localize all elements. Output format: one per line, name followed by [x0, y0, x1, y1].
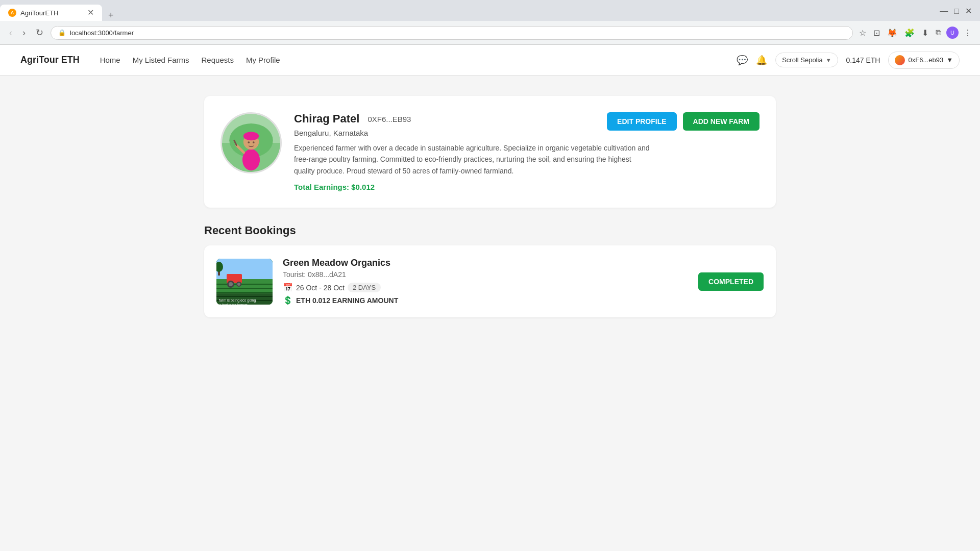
wallet-chevron-icon: ▼: [946, 56, 953, 64]
network-chevron-icon: ▼: [826, 57, 831, 63]
days-badge: 2 DAYS: [348, 283, 381, 292]
extension4-button[interactable]: ⧉: [934, 26, 943, 39]
nav-right: 💬 🔔 Scroll Sepolia ▼ 0.147 ETH 0xF6...eb…: [737, 52, 960, 69]
add-new-farm-button[interactable]: ADD NEW FARM: [683, 112, 760, 131]
extension1-button[interactable]: 🦊: [885, 26, 899, 40]
edit-profile-button[interactable]: EDIT PROFILE: [607, 112, 676, 131]
booking-farm-image: farm is being eco going is kind to the f…: [216, 259, 273, 305]
booking-tourist: Tourist: 0x88...dA21: [283, 270, 688, 279]
booking-details: Green Meadow Organics Tourist: 0x88...dA…: [283, 258, 688, 305]
profile-earnings: Total Earnings: $0.012: [294, 183, 760, 191]
status-completed-badge: COMPLETED: [698, 272, 764, 291]
tab-close-button[interactable]: ✕: [87, 9, 94, 17]
browser-toolbar: ‹ › ↻ 🔒 localhost:3000/farmer ☆ ⊡ 🦊 🧩 ⬇ …: [0, 21, 980, 45]
svg-text:is kind to the farmers: is kind to the farmers: [219, 303, 248, 305]
eth-earning-icon: 💲: [283, 295, 293, 305]
reload-button[interactable]: ↻: [33, 25, 46, 40]
wallet-address: 0xF6...eb93: [908, 56, 943, 64]
app-navbar: AgriTour ETH Home My Listed Farms Reques…: [0, 45, 980, 76]
active-tab: A AgriTourETH ✕: [0, 5, 102, 21]
tab-title: AgriTourETH: [20, 9, 83, 17]
booking-dates: 📅 26 Oct - 28 Oct 2 DAYS: [283, 283, 381, 292]
wallet-button[interactable]: 0xF6...eb93 ▼: [888, 52, 960, 69]
bookings-section-title: Recent Bookings: [204, 224, 776, 237]
nav-link-home[interactable]: Home: [100, 54, 120, 66]
svg-point-5: [243, 132, 259, 140]
svg-point-7: [253, 141, 255, 143]
earnings-label: Total Earnings:: [294, 183, 349, 191]
profile-bio: Experienced farmer with over a decade in…: [294, 142, 651, 177]
bell-icon-button[interactable]: 🔔: [756, 55, 767, 66]
network-label: Scroll Sepolia: [782, 56, 823, 64]
profile-actions: EDIT PROFILE ADD NEW FARM: [607, 112, 760, 131]
chat-icon-button[interactable]: 💬: [737, 55, 748, 66]
main-content: Chirag Patel 0XF6...EB93 Bengaluru, Karn…: [194, 76, 786, 338]
svg-rect-11: [216, 259, 273, 279]
nav-link-my-listed-farms[interactable]: My Listed Farms: [133, 54, 189, 66]
booking-date-range: 26 Oct - 28 Oct: [296, 284, 345, 292]
tab-bar: A AgriTourETH ✕ + — □ ✕: [0, 0, 980, 21]
wallet-icon: [895, 55, 905, 65]
profile-avatar-image: [220, 112, 282, 173]
booking-earning: 💲 ETH 0.012 EARNING AMOUNT: [283, 295, 688, 305]
new-tab-button[interactable]: +: [102, 10, 120, 21]
svg-point-22: [237, 283, 240, 286]
menu-button[interactable]: ⋮: [962, 26, 974, 40]
browser-chrome: A AgriTourETH ✕ + — □ ✕ ‹ › ↻ 🔒 localhos…: [0, 0, 980, 45]
back-button[interactable]: ‹: [6, 26, 15, 40]
svg-point-6: [248, 141, 250, 143]
profile-eth-address: 0XF6...EB93: [368, 115, 411, 123]
eth-balance: 0.147 ETH: [846, 56, 880, 64]
forward-button[interactable]: ›: [19, 26, 29, 40]
profile-name: Chirag Patel: [294, 112, 359, 126]
page-content: AgriTour ETH Home My Listed Farms Reques…: [0, 45, 980, 551]
address-bar[interactable]: 🔒 localhost:3000/farmer: [51, 26, 853, 40]
svg-text:farm is being eco going: farm is being eco going: [219, 298, 256, 303]
minimize-button[interactable]: —: [938, 5, 950, 18]
browser-profile-avatar[interactable]: U: [946, 27, 959, 39]
earnings-value: $0.012: [351, 183, 375, 191]
nav-link-my-profile[interactable]: My Profile: [246, 54, 280, 66]
app-logo: AgriTour ETH: [20, 55, 80, 65]
nav-link-requests[interactable]: Requests: [202, 54, 234, 66]
extension2-button[interactable]: 🧩: [902, 26, 917, 40]
tourist-label: Tourist:: [283, 270, 306, 279]
tourist-address: 0x88...dA21: [308, 270, 346, 279]
url-text: localhost:3000/farmer: [70, 29, 134, 37]
tab-favicon: A: [8, 9, 16, 17]
booking-meta: 📅 26 Oct - 28 Oct 2 DAYS: [283, 283, 688, 292]
booking-status: COMPLETED: [698, 272, 764, 291]
booking-farm-name: Green Meadow Organics: [283, 258, 688, 268]
svg-point-20: [229, 282, 233, 286]
cast-button[interactable]: ⊡: [871, 26, 882, 40]
maximize-button[interactable]: □: [952, 5, 961, 18]
recent-bookings-section: Recent Bookings: [204, 224, 776, 317]
lock-icon: 🔒: [58, 29, 66, 36]
bookmark-star-button[interactable]: ☆: [857, 26, 868, 40]
calendar-icon: 📅: [283, 283, 293, 292]
profile-card: Chirag Patel 0XF6...EB93 Bengaluru, Karn…: [204, 96, 776, 208]
nav-links: Home My Listed Farms Requests My Profile: [100, 54, 280, 66]
booking-card: farm is being eco going is kind to the f…: [204, 245, 776, 317]
booking-earning-amount: ETH 0.012 EARNING AMOUNT: [296, 296, 398, 305]
extension3-button[interactable]: ⬇: [920, 26, 930, 40]
network-selector-button[interactable]: Scroll Sepolia ▼: [775, 53, 838, 67]
close-window-button[interactable]: ✕: [963, 4, 974, 18]
toolbar-right: ☆ ⊡ 🦊 🧩 ⬇ ⧉ U ⋮: [857, 26, 974, 40]
